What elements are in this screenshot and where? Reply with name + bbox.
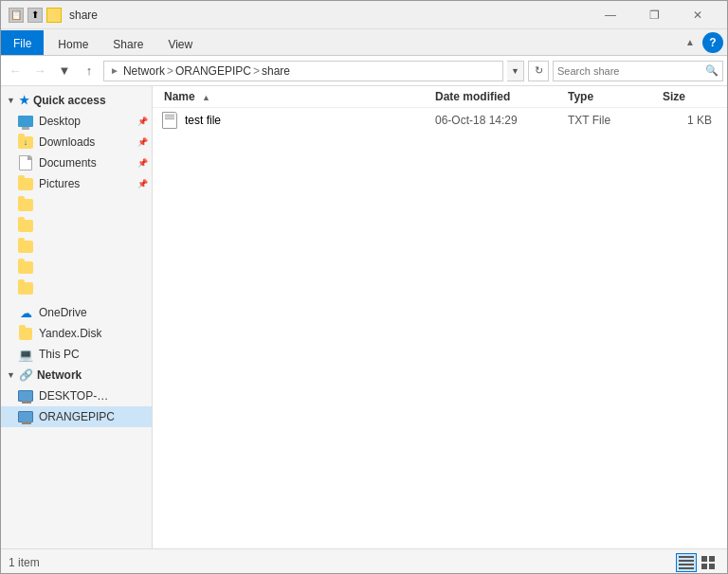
main-layout: ▼ ★ Quick access Desktop 📌 ↓ Downloads 📌… — [1, 86, 727, 548]
sidebar-item-folder3[interactable]: f — [1, 236, 152, 257]
path-chevron: ► — [110, 65, 119, 76]
search-input[interactable] — [557, 65, 705, 77]
sidebar-label-desktop-pc: DESKTOP-… — [39, 389, 108, 403]
up-directory-button[interactable]: ↑ — [79, 61, 100, 81]
ribbon-tabs: File Home Share View ▲ ? — [1, 29, 727, 56]
minimize-button[interactable]: — — [589, 1, 632, 29]
network-section[interactable]: ▼ 🔗 Network — [1, 365, 152, 386]
svg-rect-4 — [701, 556, 707, 562]
address-path[interactable]: ► Network > ORANGEPIPC > share — [103, 61, 503, 81]
search-icon[interactable]: 🔍 — [705, 64, 719, 77]
item-count: 1 item — [9, 556, 40, 569]
folder2-icon — [18, 218, 33, 233]
back-button[interactable]: ← — [5, 61, 26, 81]
sidebar-item-folder2[interactable]: f — [1, 215, 152, 236]
col-name-header[interactable]: Name ▲ — [160, 90, 435, 103]
sidebar-item-documents[interactable]: Documents 📌 — [1, 152, 152, 173]
folder1-icon — [18, 197, 33, 212]
path-segment-pc[interactable]: ORANGEPIPC — [175, 64, 251, 78]
sidebar-label-orangepipc: ORANGEPIPC — [39, 410, 115, 423]
tab-home[interactable]: Home — [46, 32, 100, 55]
sidebar-item-thispc[interactable]: 💻 This PC — [1, 344, 152, 365]
file-icon-txt — [160, 111, 179, 130]
recent-locations-button[interactable]: ▼ — [54, 61, 75, 81]
sidebar: ▼ ★ Quick access Desktop 📌 ↓ Downloads 📌… — [1, 86, 153, 548]
sidebar-label-yandex: Yandex.Disk — [39, 327, 101, 340]
svg-rect-5 — [709, 556, 715, 562]
details-view-icon — [679, 556, 694, 569]
sidebar-item-orangepipc[interactable]: ORANGEPIPC — [1, 406, 152, 427]
file-list: test file 06-Oct-18 14:29 TXT File 1 KB — [153, 108, 727, 548]
pin-icon-downloads: 📌 — [137, 137, 148, 147]
tab-view[interactable]: View — [155, 32, 205, 55]
sidebar-item-pictures[interactable]: Pictures 📌 — [1, 173, 152, 194]
folder5-icon — [18, 280, 33, 296]
pin-icon-pictures: 📌 — [137, 179, 148, 188]
sidebar-item-onedrive[interactable]: ☁ OneDrive — [1, 302, 152, 323]
file-name: test file — [185, 114, 435, 127]
tab-file[interactable]: File — [1, 30, 44, 55]
large-icons-view-button[interactable] — [699, 553, 719, 572]
desktop-icon — [18, 114, 33, 129]
content-area: Name ▲ Date modified Type Size test file… — [153, 86, 727, 548]
sidebar-label-documents: Documents — [39, 156, 97, 170]
search-box[interactable]: 🔍 — [553, 61, 723, 81]
sidebar-item-desktop-pc[interactable]: DESKTOP-… — [1, 386, 152, 406]
up-icon[interactable]: ⬆ — [27, 8, 43, 23]
quick-access-section[interactable]: ▼ ★ Quick access — [1, 90, 152, 111]
quick-access-title: Quick access — [33, 94, 106, 107]
forward-button[interactable]: → — [29, 61, 50, 81]
sidebar-label-onedrive: OneDrive — [39, 306, 87, 319]
close-button[interactable]: ✕ — [676, 1, 719, 29]
sidebar-item-folder5[interactable]: f — [1, 278, 152, 298]
desktop-pc-icon — [18, 388, 33, 404]
file-size: 1 KB — [663, 114, 719, 127]
status-bar: 1 item — [1, 548, 727, 574]
pin-icon-desktop: 📌 — [137, 117, 148, 126]
sidebar-item-folder1[interactable]: f — [1, 194, 152, 215]
path-segment-network[interactable]: Network — [123, 64, 165, 78]
details-view-button[interactable] — [676, 553, 697, 572]
sidebar-item-downloads[interactable]: ↓ Downloads 📌 — [1, 132, 152, 152]
network-arrow: ▼ — [7, 370, 15, 380]
sidebar-item-yandex[interactable]: Yandex.Disk — [1, 323, 152, 344]
svg-rect-6 — [701, 564, 707, 569]
large-icons-view-icon — [701, 556, 717, 569]
sidebar-item-folder4[interactable]: f — [1, 257, 152, 278]
address-dropdown-button[interactable]: ▼ — [507, 61, 524, 81]
maximize-button[interactable]: ❐ — [632, 1, 676, 29]
window-title: share — [69, 9, 589, 22]
file-date: 06-Oct-18 14:29 — [435, 114, 568, 127]
tab-share[interactable]: Share — [100, 32, 155, 55]
window-controls: — ❐ ✕ — [589, 1, 719, 29]
documents-icon — [18, 155, 33, 170]
folder-icon — [46, 8, 62, 23]
ribbon-expand-icon[interactable]: ▲ — [685, 37, 695, 47]
col-date-header[interactable]: Date modified — [435, 90, 568, 103]
file-type: TXT File — [568, 114, 663, 127]
col-type-header[interactable]: Type — [568, 90, 663, 103]
orangepipc-icon — [18, 409, 33, 424]
folder4-icon — [18, 260, 33, 275]
column-headers: Name ▲ Date modified Type Size — [153, 86, 727, 108]
help-button[interactable]: ? — [702, 32, 723, 53]
sidebar-label-thispc: This PC — [39, 348, 80, 361]
yandex-icon — [18, 326, 33, 341]
quick-access-label: ★ — [19, 94, 29, 107]
onedrive-icon: ☁ — [18, 305, 33, 320]
sidebar-item-desktop[interactable]: Desktop 📌 — [1, 111, 152, 132]
sidebar-label-pictures: Pictures — [39, 177, 80, 190]
path-segment-share[interactable]: share — [262, 64, 290, 78]
pictures-icon — [18, 176, 33, 191]
quick-access-icon[interactable]: 📋 — [9, 8, 24, 23]
col-size-header[interactable]: Size — [663, 90, 719, 103]
quick-access-arrow: ▼ — [7, 96, 15, 105]
svg-rect-7 — [709, 564, 715, 569]
svg-rect-3 — [679, 567, 694, 569]
title-bar-icons: 📋 ⬆ — [9, 8, 62, 23]
sidebar-label-downloads: Downloads — [39, 135, 95, 149]
view-buttons — [676, 553, 719, 572]
file-row[interactable]: test file 06-Oct-18 14:29 TXT File 1 KB — [153, 108, 727, 133]
thispc-icon: 💻 — [18, 347, 33, 362]
refresh-button[interactable]: ↻ — [528, 61, 549, 81]
